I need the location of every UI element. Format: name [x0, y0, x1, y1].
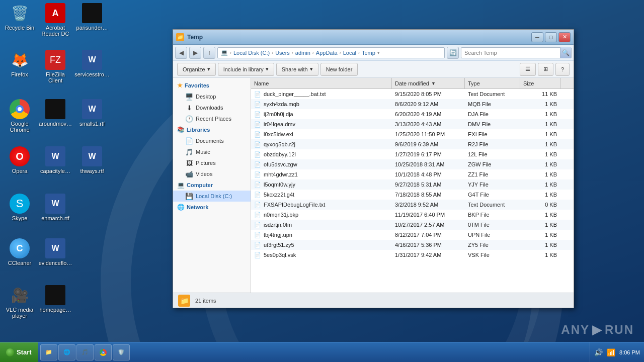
new-folder-button[interactable]: New folder	[320, 63, 358, 76]
desktop-icon-thways[interactable]: W thways.rtf	[74, 144, 110, 176]
file-row[interactable]: 📄 FXSAPIDebugLogFile.txt 3/2/2018 9:52 A…	[251, 200, 574, 210]
file-date-cell: 4/16/2017 5:36 PM	[392, 242, 465, 248]
taskbar-item-chrome[interactable]	[95, 344, 112, 360]
nav-item-documents[interactable]: 📄 Documents	[173, 135, 251, 146]
computer-header[interactable]: 💻 Computer	[173, 179, 251, 191]
taskbar-item-explorer[interactable]: 📁	[40, 344, 57, 360]
file-type-cell: 12L File	[465, 151, 520, 157]
address-path[interactable]: 💻 › Local Disk (C:) › Users › admin › Ap…	[217, 47, 445, 58]
file-type-cell: UPN File	[465, 232, 520, 238]
capacityple-icon: W	[45, 146, 65, 166]
file-size-cell: 1 KB	[520, 151, 560, 157]
desktop-icon-recycle-bin[interactable]: 🗑️ Recycle Bin	[2, 1, 37, 33]
desktop-icon-enmarch[interactable]: W enmarch.rtf	[38, 192, 73, 223]
desktop-icon-vlc[interactable]: 🎥 VLC media player	[2, 283, 37, 321]
nav-item-recent-places[interactable]: 🕐 Recent Places	[173, 113, 251, 124]
minimize-button[interactable]: ─	[531, 32, 543, 42]
file-row[interactable]: 📄 mht4gdwr.zz1 10/1/2018 4:48 PM ZZ1 Fil…	[251, 169, 574, 179]
libraries-header[interactable]: 📚 Libraries	[173, 124, 251, 135]
file-row[interactable]: 📄 syxh4zda.mqb 8/6/2020 9:12 AM MQB File…	[251, 99, 574, 109]
skype-label: Skype	[12, 215, 28, 221]
taskbar-item-media[interactable]: 🎵	[76, 344, 94, 360]
file-row[interactable]: 📄 obzdqbyy.12l 1/27/2019 6:17 PM 12L Fil…	[251, 149, 574, 159]
view-options-button[interactable]: ☰	[520, 63, 536, 76]
network-header[interactable]: 🌐 Network	[173, 202, 251, 213]
nav-item-pictures[interactable]: 🖼 Pictures	[173, 157, 251, 168]
file-date-cell: 9/15/2020 8:05 PM	[392, 91, 465, 97]
nav-item-music[interactable]: 🎵 Music	[173, 146, 251, 157]
desktop-icon-parisunder[interactable]: parisunder…	[74, 1, 110, 33]
aroundmov-label: aroundmov…	[39, 121, 72, 127]
path-computer: 💻	[221, 49, 228, 56]
desktop-icon-acrobat[interactable]: A AcrobatReader DC	[38, 1, 73, 39]
taskbar-item-shield[interactable]: 🛡️	[113, 344, 130, 360]
taskbar-explorer-icon: 📁	[45, 348, 53, 356]
file-row[interactable]: 📄 isdzrtjn.0tm 10/27/2017 2:57 AM 0TM Fi…	[251, 220, 574, 230]
start-button[interactable]: Start	[0, 342, 38, 363]
taskbar-item-ie[interactable]: 🌐	[58, 344, 75, 360]
file-row[interactable]: 📄 l5oqmt0w.yjy 9/27/2018 5:31 AM YJY Fil…	[251, 179, 574, 190]
file-row[interactable]: 📄 ir04lqea.dmv 3/13/2020 4:43 AM DMV Fil…	[251, 119, 574, 129]
nav-item-desktop[interactable]: 🖥️ Desktop	[173, 91, 251, 102]
desktop-icon-filezilla[interactable]: FZ FileZilla Client	[38, 48, 73, 85]
file-rows: 📄 duck_pinger_____.bat.txt 9/15/2020 8:0…	[251, 89, 574, 293]
file-row[interactable]: 📄 tbj4tngj.upn 8/12/2017 7:04 PM UPN Fil…	[251, 230, 574, 240]
share-with-button[interactable]: Share with ▾	[276, 63, 318, 76]
include-library-button[interactable]: Include in library ▾	[218, 63, 274, 76]
taskbar-clock: 8:06 PM	[619, 349, 640, 355]
desktop-icon-firefox[interactable]: 🦊 Firefox	[2, 48, 37, 79]
nav-item-videos[interactable]: 📹 Videos	[173, 168, 251, 179]
nav-item-downloads[interactable]: ⬇ Downloads	[173, 102, 251, 113]
refresh-button[interactable]: 🔄	[447, 47, 459, 59]
taskbar-items: 📁 🌐 🎵 🛡️	[38, 342, 590, 363]
file-row[interactable]: 📄 ofu5dsvc.zgw 10/25/2018 8:31 AM ZGW Fi…	[251, 159, 574, 169]
desktop-icon-aroundmov[interactable]: aroundmov…	[38, 97, 73, 129]
search-input[interactable]	[461, 50, 560, 56]
maximize-button[interactable]: □	[545, 32, 557, 42]
file-icon: 📄	[254, 101, 261, 108]
column-header-name[interactable]: Name	[251, 78, 392, 88]
chrome-label: Google Chrome	[4, 121, 35, 133]
desktop-icon-skype[interactable]: S Skype	[2, 192, 37, 223]
up-button[interactable]: ↑	[203, 47, 215, 59]
desktop-icon-smallrtf[interactable]: W smalls1.rtf	[74, 97, 110, 129]
column-header-size[interactable]: Size	[520, 78, 560, 88]
system-tray-volume[interactable]: 🔊	[594, 348, 603, 356]
file-size-cell: 1 KB	[520, 252, 560, 258]
nav-item-local-disk[interactable]: 💾 Local Disk (C:)	[173, 191, 251, 202]
title-bar: 📁 Temp ─ □ ✕	[173, 30, 574, 45]
view-toggle-button[interactable]: ⊞	[538, 63, 553, 76]
back-button[interactable]: ◀	[175, 47, 187, 59]
desktop-icon-evidenceflo[interactable]: W evidenceflo…	[38, 236, 73, 268]
file-icon: 📄	[254, 131, 261, 138]
system-tray-network[interactable]: 📶	[607, 348, 615, 356]
desktop-icon-capacityple[interactable]: W capacityle…	[38, 144, 73, 176]
desktop-icon-services[interactable]: W servicesstro…	[74, 48, 110, 79]
file-row[interactable]: 📄 l0xc5idw.exi 1/25/2020 11:50 PM EXI Fi…	[251, 129, 574, 139]
file-row[interactable]: 📄 5kcxzz2t.g4t 7/18/2018 8:55 AM G4T Fil…	[251, 190, 574, 200]
file-name-cell: 📄 5kcxzz2t.g4t	[251, 191, 392, 198]
file-row[interactable]: 📄 5es0p3ql.vsk 1/31/2017 9:42 AM VSK Fil…	[251, 250, 574, 260]
column-header-type[interactable]: Type	[465, 78, 520, 88]
vlc-icon: 🎥	[10, 285, 30, 305]
file-date-cell: 11/19/2017 6:40 PM	[392, 212, 465, 218]
desktop-icon-homepage[interactable]: homepage…	[38, 283, 73, 315]
file-row[interactable]: 📄 qyxog5qb.r2j 9/6/2019 6:39 AM R2J File…	[251, 139, 574, 149]
close-button[interactable]: ✕	[558, 32, 571, 42]
desktop-icon-chrome[interactable]: Google Chrome	[2, 97, 37, 135]
file-row[interactable]: 📄 duck_pinger_____.bat.txt 9/15/2020 8:0…	[251, 89, 574, 99]
column-header-date[interactable]: Date modified ▼	[392, 78, 465, 88]
help-button[interactable]: ?	[555, 63, 570, 76]
favorites-header[interactable]: ★ Favorites	[173, 80, 251, 91]
search-button[interactable]: 🔍	[560, 47, 571, 58]
file-row[interactable]: 📄 ij2m0h0j.dja 6/20/2020 4:19 AM DJA Fil…	[251, 109, 574, 119]
file-icon: 📄	[254, 171, 261, 178]
desktop-icon-opera[interactable]: O Opera	[2, 144, 37, 176]
path-admin: admin	[295, 50, 310, 56]
desktop-icon-ccleaner[interactable]: C CCleaner	[2, 236, 37, 268]
organize-button[interactable]: Organize ▾	[177, 63, 216, 76]
downloads-nav-icon: ⬇	[185, 104, 193, 112]
file-row[interactable]: 📄 ut3rgt51.zy5 4/16/2017 5:36 PM ZY5 Fil…	[251, 240, 574, 250]
forward-button[interactable]: ▶	[189, 47, 201, 59]
file-row[interactable]: 📄 n0mqn31j.bkp 11/19/2017 6:40 PM BKP Fi…	[251, 210, 574, 220]
